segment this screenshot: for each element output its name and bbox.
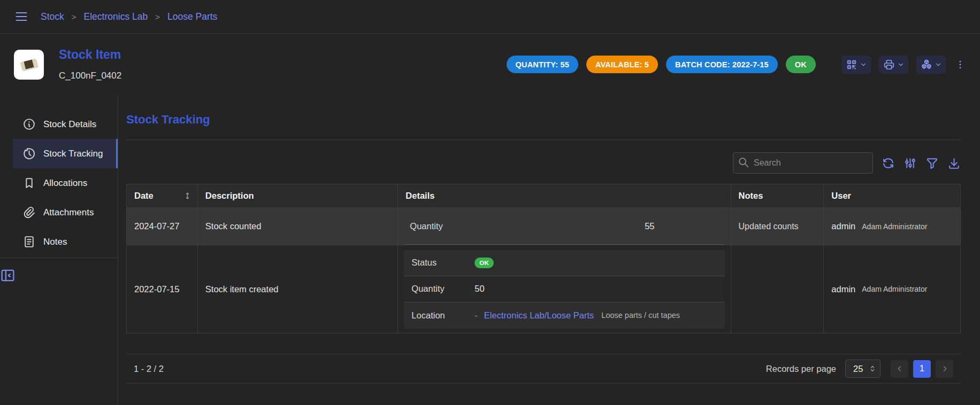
table-footer: 1 - 2 / 2 Records per page 25 [126, 354, 961, 384]
status-ok-badge: OK [474, 258, 494, 268]
next-page-button[interactable] [936, 360, 953, 378]
heading-divider [126, 139, 961, 140]
table-toolbar [126, 152, 961, 174]
refresh-icon[interactable] [882, 157, 895, 170]
user-full-name: Adam Administrator [862, 222, 927, 231]
barcode-actions-button[interactable] [841, 56, 871, 74]
sort-icon[interactable] [183, 191, 192, 200]
breadcrumb: Stock > Electronics Lab > Loose Parts [41, 11, 217, 22]
search-box [733, 152, 873, 174]
column-settings-icon[interactable] [904, 157, 917, 170]
page-1-button[interactable]: 1 [913, 360, 931, 378]
hamburger-menu-icon[interactable] [14, 9, 29, 24]
stock-tracking-table: Date Description Details Notes User 20 [126, 184, 961, 333]
table-row[interactable]: 2022-07-15 Stock item created Status OK … [127, 245, 960, 333]
part-thumbnail[interactable] [14, 50, 44, 80]
header-actions [841, 56, 966, 74]
cell-notes [731, 245, 824, 333]
chevron-down-icon [935, 61, 942, 68]
cell-notes: Updated counts [731, 208, 824, 245]
filter-icon[interactable] [925, 157, 939, 170]
sidebar-divider [0, 258, 118, 258]
location-annotation: Loose parts / cut tapes [601, 311, 680, 320]
page-title: Stock Item [59, 48, 121, 62]
sidebar-collapse-icon[interactable] [0, 268, 118, 283]
pagination-controls: Records per page 25 1 [766, 360, 953, 378]
detail-row-quantity: Quantity 50 [404, 276, 724, 302]
search-input[interactable] [733, 152, 873, 174]
print-actions-button[interactable] [879, 56, 908, 74]
cell-details: Quantity 55 [398, 208, 731, 245]
bookmark-icon [22, 176, 36, 190]
detail-row-quantity: Quantity 55 [404, 208, 724, 245]
printer-icon [883, 59, 895, 71]
cell-date: 2024-07-27 [127, 208, 198, 245]
username: admin [831, 221, 855, 231]
column-header-description[interactable]: Description [198, 184, 399, 207]
breadcrumb-loose-parts[interactable]: Loose Parts [167, 11, 217, 22]
sidebar-item-label: Stock Tracking [43, 149, 103, 159]
sidebar-item-label: Attachments [43, 207, 94, 218]
prev-page-button[interactable] [891, 360, 908, 378]
pager: 1 [891, 360, 953, 378]
column-header-user[interactable]: User [824, 184, 960, 207]
detail-row-location: Location - Electronics Lab/Loose Parts L… [404, 302, 724, 329]
column-header-details[interactable]: Details [398, 184, 731, 207]
panel-heading: Stock Tracking [126, 113, 961, 127]
chevron-down-icon [860, 61, 867, 68]
qrcode-icon [846, 59, 858, 71]
paperclip-icon [22, 206, 36, 219]
cell-user: admin Adam Administrator [824, 245, 960, 333]
title-block: Stock Item C_100nF_0402 [59, 48, 121, 81]
download-icon[interactable] [947, 157, 961, 170]
table-row[interactable]: 2024-07-27 Stock counted Quantity 55 Upd… [127, 208, 960, 245]
location-dash: - [474, 310, 478, 321]
username: admin [831, 284, 855, 294]
capacitor-image [20, 59, 38, 71]
breadcrumb-separator: > [72, 12, 76, 21]
record-range: 1 - 2 / 2 [134, 364, 164, 374]
main-panel: Stock Tracking [118, 95, 980, 405]
stock-item-page: Stock > Electronics Lab > Loose Parts St… [0, 0, 980, 405]
sidebar-item-allocations[interactable]: Allocations [13, 168, 118, 198]
stock-actions-icon [921, 59, 932, 71]
breadcrumb-stock[interactable]: Stock [41, 11, 64, 22]
page-size-select[interactable]: 25 [845, 360, 881, 378]
status-badges: QUANTITY: 55 AVAILABLE: 5 BATCH CODE: 20… [507, 56, 816, 73]
sidebar-item-stock-details[interactable]: Stock Details [13, 110, 118, 139]
info-circle-icon [22, 118, 36, 131]
cell-user: admin Adam Administrator [824, 208, 960, 245]
sidebar-item-label: Allocations [43, 178, 87, 189]
details-inner-table: Status OK Quantity 50 Location - Electro… [404, 250, 724, 329]
topbar: Stock > Electronics Lab > Loose Parts [0, 0, 980, 34]
cell-date: 2022-07-15 [127, 245, 198, 333]
search-icon [738, 157, 749, 168]
sidebar-item-stock-tracking[interactable]: Stock Tracking [13, 139, 118, 168]
batch-code-badge: BATCH CODE: 2022-7-15 [666, 56, 778, 73]
sidebar: Stock Details Stock Tracking [0, 95, 118, 405]
location-link[interactable]: Electronics Lab/Loose Parts [484, 310, 594, 321]
cell-details: Status OK Quantity 50 Location - Electro… [398, 245, 731, 333]
user-full-name: Adam Administrator [862, 285, 927, 293]
cell-description: Stock counted [198, 208, 399, 245]
sidebar-item-label: Notes [43, 237, 67, 247]
column-header-notes[interactable]: Notes [731, 184, 824, 207]
records-per-page-label: Records per page [766, 364, 836, 374]
stock-actions-button[interactable] [916, 56, 946, 74]
selector-icon [868, 364, 877, 373]
quantity-badge: QUANTITY: 55 [507, 56, 578, 73]
sidebar-item-notes[interactable]: Notes [13, 227, 118, 256]
notes-icon [22, 235, 36, 248]
table-header-row: Date Description Details Notes User [127, 184, 960, 208]
sidebar-item-label: Stock Details [43, 119, 96, 130]
column-header-date[interactable]: Date [127, 184, 198, 207]
breadcrumb-separator: > [155, 12, 160, 21]
page-header: Stock Item C_100nF_0402 QUANTITY: 55 AVA… [0, 34, 980, 95]
detail-row-status: Status OK [404, 250, 724, 276]
kebab-menu-icon[interactable] [955, 59, 966, 70]
sidebar-item-attachments[interactable]: Attachments [13, 198, 118, 227]
history-icon [22, 147, 36, 160]
status-ok-badge: OK [786, 56, 816, 73]
breadcrumb-electronics-lab[interactable]: Electronics Lab [84, 11, 148, 22]
cell-description: Stock item created [198, 245, 399, 333]
